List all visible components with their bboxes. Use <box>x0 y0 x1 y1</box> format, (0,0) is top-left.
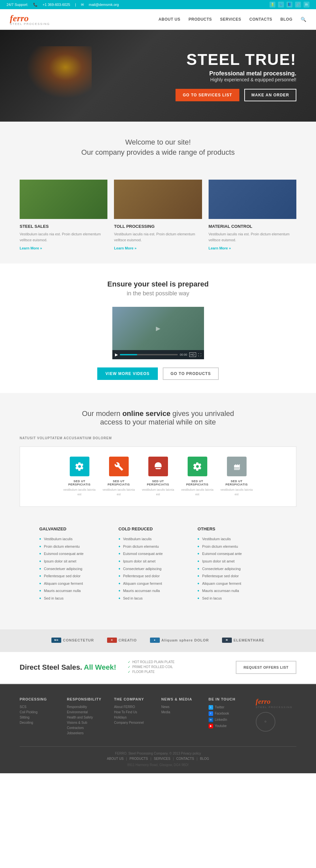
direct-steel-list: HOT ROLLED PLAIN PLATE PRIME HOT ROLLED … <box>128 660 226 675</box>
logo-text: ferro <box>10 13 29 23</box>
logo-sub: STEEL PROCESSING <box>10 22 50 26</box>
footer-bottom-about[interactable]: ABOUT US <box>107 757 124 761</box>
footer-link[interactable]: Company Personnel <box>114 721 154 724</box>
footer-bottom-contacts[interactable]: CONTACTS <box>176 757 194 761</box>
twitter-icon: t <box>209 705 213 710</box>
footer-logo-sub: STEEL PROCESSING <box>256 706 296 709</box>
list-item: Consectetuer adipiscing <box>198 566 270 572</box>
partner-badge-1: M4 <box>51 638 61 643</box>
footer-youtube[interactable]: ▶ Youtube <box>209 724 249 728</box>
footer-link[interactable]: Responsibility <box>67 705 107 709</box>
footer-link[interactable]: Jobseekers <box>67 731 107 735</box>
footer-bottom-services[interactable]: SERVICES <box>154 757 170 761</box>
service-title-1: STEEL SALES <box>20 224 107 229</box>
list-item: Euismod consequat ante <box>118 551 191 557</box>
welcome-line1: Welcome to our site! <box>10 138 306 147</box>
fullscreen-icon[interactable]: ⛶ <box>198 353 201 356</box>
service-icon-desc-4: vestibulum iaculis laicnia est <box>181 488 214 497</box>
factory-icon <box>232 462 241 471</box>
progress-bar[interactable] <box>120 354 178 355</box>
footer-linkedin[interactable]: in LinkedIn <box>209 717 249 722</box>
footer-link[interactable]: Contractors <box>67 726 107 730</box>
partner-4: ≋ ELEMENTHARE <box>222 638 265 643</box>
list-col-others: OTHERS Vestibulum iaculis Proin dictum e… <box>198 526 277 603</box>
social-icon-5[interactable]: in <box>304 2 310 7</box>
list-item: Proin dictum elementu <box>118 544 191 550</box>
linkedin-icon: in <box>209 717 213 722</box>
hero-buttons: GO TO SERVICES LIST MAKE AN ORDER <box>176 89 296 101</box>
learn-more-1[interactable]: Learn More » <box>20 246 42 250</box>
footer-bottom-blog[interactable]: BLOG <box>200 757 209 761</box>
social-icon-4[interactable]: 🔗 <box>295 2 301 7</box>
learn-more-3[interactable]: Learn More » <box>209 246 231 250</box>
service-card-2: TOLL PROCESSING Vestibulum iaculis nia e… <box>114 180 202 250</box>
footer-bottom-products[interactable]: PRODUCTS <box>130 757 148 761</box>
service-icon-box-1 <box>70 457 90 476</box>
learn-more-2[interactable]: Learn More » <box>114 246 136 250</box>
nav-products[interactable]: PRODUCTS <box>188 17 212 22</box>
facebook-icon: f <box>209 711 213 716</box>
online-title-post: gives you unrivaled <box>170 409 234 417</box>
list-item: Ipsum dolor sit amet <box>198 559 270 564</box>
nav-contacts[interactable]: CONTACTS <box>249 17 273 22</box>
footer-link[interactable]: Environmental <box>67 710 107 714</box>
list-item: Vestibulum iaculis <box>198 536 270 542</box>
online-service-title: Our modern online service gives you unri… <box>20 409 296 418</box>
service-icons-box: SED UT PERSPICIATIS vestibulum iaculis l… <box>20 446 296 507</box>
list-item: Consectetuer adipiscing <box>39 566 112 572</box>
service-icon-desc-5: vestibulum iaculis laicnia est <box>220 488 253 497</box>
email-icon: ✉ <box>81 3 84 7</box>
footer-bottom: FERRO. Steel Processing Company. © 2013 … <box>20 746 296 767</box>
service-image-1 <box>20 180 107 219</box>
footer-twitter[interactable]: t Twitter <box>209 705 249 710</box>
footer-link[interactable]: About FERRO <box>114 705 154 709</box>
social-icon-2[interactable]: 🐦 <box>278 2 284 7</box>
list-item: Euismod consequat ante <box>198 551 270 557</box>
nav-blog[interactable]: BLOG <box>280 17 292 22</box>
footer-link[interactable]: Slitting <box>20 716 60 719</box>
service-icon-card-4: SED UT PERSPICIATIS vestibulum iaculis l… <box>181 457 214 497</box>
online-service-section: Our modern online service gives you unri… <box>0 393 316 629</box>
progress-fill <box>120 354 137 355</box>
footer-link[interactable]: How To Find Us <box>114 710 154 714</box>
footer-link[interactable]: SCS <box>20 705 60 709</box>
ensure-section: Ensure your steel is prepared in the bes… <box>0 264 316 393</box>
make-order-button[interactable]: MAKE AN ORDER <box>244 89 296 101</box>
footer-logo: ferro <box>256 697 296 706</box>
play-button[interactable]: ▶ <box>115 352 118 357</box>
footer-link[interactable]: Decoiling <box>20 721 60 724</box>
list-col-title-3: OTHERS <box>198 526 270 531</box>
footer-col-processing: PROCESSING SCS Coil Pickling Slitting De… <box>20 697 60 737</box>
footer-grid: PROCESSING SCS Coil Pickling Slitting De… <box>20 697 296 737</box>
footer-link[interactable]: Media <box>162 710 202 714</box>
natusit-label: NATUSIT VOLUPTATEM ACCUSANTIUM DOLOREM <box>20 436 296 440</box>
search-icon[interactable]: 🔍 <box>301 17 306 22</box>
online-service-sub: access to your material while on site <box>20 418 296 427</box>
go-to-services-button[interactable]: GO TO SERVICES LIST <box>176 89 239 101</box>
galvanized-list: Vestibulum iaculis Proin dictum elementu… <box>39 536 112 601</box>
hero-desc: Highly experienced & equipped personnel! <box>176 77 296 82</box>
nav-services[interactable]: SERVICES <box>220 17 241 22</box>
footer-link[interactable]: Health and Safety <box>67 716 107 719</box>
settings-icon <box>193 462 202 471</box>
social-icons: 🔋 🐦 📘 🔗 in <box>270 2 310 7</box>
footer-col-title-2: RESPONSIBILITY <box>67 697 107 701</box>
list-item: Proin dictum elementu <box>198 544 270 550</box>
go-to-products-button[interactable]: GO TO PRODUCTS <box>163 368 219 380</box>
list-item: Sed in lacus <box>118 596 191 601</box>
partner-label-3: Aliquam sphere DOLOR <box>162 638 209 642</box>
partners-section: M4 CONSECTETUR X CREATIO ● Aliquam spher… <box>0 629 316 651</box>
request-offers-button[interactable]: REQUEST OFFERS LIST <box>236 661 296 674</box>
view-more-videos-button[interactable]: VIEW MORE VIDEOS <box>97 368 158 380</box>
footer-link[interactable]: Coil Pickling <box>20 710 60 714</box>
social-icon-1[interactable]: 🔋 <box>270 2 275 7</box>
service-icon-label-4: SED UT PERSPICIATIS <box>181 479 214 486</box>
partner-label-4: ELEMENTHARE <box>234 638 265 642</box>
footer-facebook[interactable]: f Facebook <box>209 711 249 716</box>
nav-about[interactable]: ABOUT US <box>159 17 180 22</box>
social-icon-3[interactable]: 📘 <box>286 2 292 7</box>
footer-link[interactable]: Visions & Sub <box>67 721 107 724</box>
footer-link[interactable]: Holidays <box>114 716 154 719</box>
welcome-line2: Our company provides a wide range of pro… <box>10 148 306 157</box>
footer-link[interactable]: News <box>162 705 202 709</box>
